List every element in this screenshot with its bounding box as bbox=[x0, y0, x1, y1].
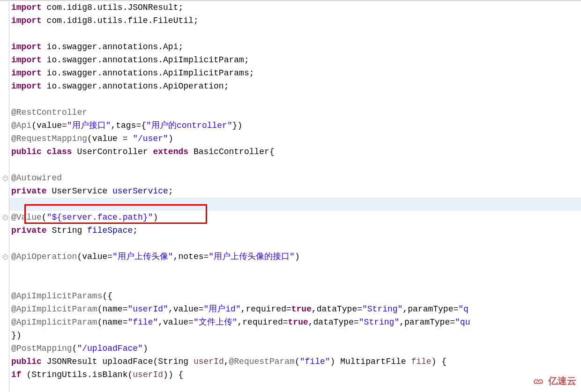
cloud-logo-icon bbox=[531, 377, 545, 386]
code-line[interactable] bbox=[9, 93, 581, 106]
code-area[interactable]: import com.idig8.utils.JSONResult;import… bbox=[9, 1, 581, 392]
gutter-line bbox=[0, 289, 9, 303]
gutter-line bbox=[0, 368, 9, 381]
code-line[interactable] bbox=[9, 27, 581, 40]
code-token: ) bbox=[295, 252, 300, 261]
code-line[interactable]: if (StringUtils.isBlank(userId)) { bbox=[9, 368, 581, 381]
gutter-line bbox=[0, 276, 9, 289]
code-token: )) { bbox=[163, 370, 183, 379]
fold-collapse-icon[interactable] bbox=[3, 215, 8, 220]
code-token: "用户接口" bbox=[67, 121, 111, 130]
code-line[interactable]: import io.swagger.annotations.ApiOperati… bbox=[9, 80, 581, 93]
gutter-line bbox=[0, 40, 9, 53]
code-line[interactable]: @RequestMapping(value = "/user") bbox=[9, 132, 581, 145]
code-token: private bbox=[11, 226, 47, 235]
code-line[interactable]: public JSONResult uploadFace(String user… bbox=[9, 355, 581, 368]
gutter-line bbox=[0, 250, 9, 263]
code-line[interactable]: import io.swagger.annotations.Api; bbox=[9, 40, 581, 53]
code-token: io.swagger.annotations.ApiImplicitParams… bbox=[42, 68, 254, 78]
code-line[interactable]: @RestController bbox=[9, 106, 581, 119]
code-token: file bbox=[411, 357, 431, 366]
gutter-line bbox=[0, 27, 9, 40]
code-line[interactable]: @ApiImplicitParam(name="file",value="文件上… bbox=[9, 316, 581, 329]
code-line[interactable]: @Autowired bbox=[9, 171, 581, 185]
code-token: import bbox=[11, 3, 42, 12]
code-line[interactable]: }) bbox=[9, 329, 581, 342]
gutter-line bbox=[0, 263, 9, 276]
code-token: io.swagger.annotations.Api; bbox=[42, 42, 183, 52]
code-line[interactable]: @ApiImplicitParams({ bbox=[9, 289, 581, 303]
gutter-line bbox=[0, 132, 9, 145]
code-token: com.idig8.utils.JSONResult; bbox=[42, 3, 183, 12]
gutter-line bbox=[0, 342, 9, 355]
code-line[interactable]: public class UserController extends Basi… bbox=[9, 145, 581, 158]
code-token: (value = bbox=[87, 134, 133, 143]
code-line[interactable]: private UserService userService; bbox=[9, 185, 581, 198]
code-token: "用户id" bbox=[204, 304, 241, 314]
fold-collapse-icon[interactable] bbox=[3, 176, 8, 181]
code-token: UserController bbox=[72, 147, 153, 156]
code-line[interactable]: @PostMapping("/uploadFace") bbox=[9, 342, 581, 355]
code-token: ,dataType= bbox=[308, 318, 359, 327]
gutter-line bbox=[0, 119, 9, 132]
code-line[interactable] bbox=[9, 158, 581, 171]
code-token: io.swagger.annotations.ApiOperation; bbox=[42, 81, 229, 91]
code-token: @ApiOperation bbox=[11, 252, 77, 261]
code-token: ,dataType= bbox=[312, 304, 362, 314]
code-token: "file" bbox=[300, 357, 330, 366]
code-token: ,paramType= bbox=[402, 304, 458, 314]
gutter-line bbox=[0, 80, 9, 93]
code-token: ,required= bbox=[241, 304, 291, 314]
code-token: public bbox=[11, 357, 42, 366]
code-line[interactable]: @Value("${server.face.path}") bbox=[9, 211, 581, 224]
code-token: ,value= bbox=[158, 318, 194, 327]
code-token: ( bbox=[42, 213, 47, 222]
code-token: fileSpace bbox=[87, 226, 133, 235]
code-line[interactable] bbox=[9, 276, 581, 289]
code-line[interactable] bbox=[9, 237, 581, 250]
gutter-line bbox=[0, 158, 9, 171]
code-token: "用户的controller" bbox=[146, 121, 232, 130]
gutter-line bbox=[0, 316, 9, 329]
gutter bbox=[0, 1, 9, 392]
code-token: @Api bbox=[11, 121, 31, 130]
gutter-line bbox=[0, 198, 9, 211]
code-token: ( bbox=[127, 370, 133, 379]
gutter-line bbox=[0, 329, 9, 342]
watermark: 亿速云 bbox=[531, 375, 576, 387]
gutter-line bbox=[0, 145, 9, 158]
code-line[interactable]: import io.swagger.annotations.ApiImplici… bbox=[9, 53, 581, 67]
code-line[interactable] bbox=[9, 263, 581, 276]
code-line[interactable]: import com.idig8.utils.JSONResult; bbox=[9, 1, 581, 14]
gutter-line bbox=[0, 355, 9, 368]
code-token: "${server.face.path}" bbox=[47, 213, 153, 222]
code-line[interactable]: @Api(value="用户接口",tags={"用户的controller"}… bbox=[9, 119, 581, 132]
code-token: ( bbox=[295, 357, 300, 366]
code-token: "文件上传" bbox=[194, 318, 238, 327]
code-token: "userId" bbox=[127, 304, 168, 314]
code-token: "String" bbox=[362, 304, 402, 314]
code-line[interactable] bbox=[9, 198, 581, 211]
code-line[interactable]: import com.idig8.utils.file.FileUtil; bbox=[9, 14, 581, 27]
code-token: ) bbox=[153, 213, 158, 222]
code-line[interactable]: import io.swagger.annotations.ApiImplici… bbox=[9, 67, 581, 80]
code-line[interactable]: @ApiImplicitParam(name="userId",value="用… bbox=[9, 303, 581, 316]
gutter-line bbox=[0, 106, 9, 119]
code-token: class bbox=[47, 147, 72, 156]
code-token: "qu bbox=[455, 318, 470, 327]
code-line[interactable]: private String fileSpace; bbox=[9, 224, 581, 237]
fold-collapse-icon[interactable] bbox=[3, 254, 8, 259]
code-token: }) bbox=[11, 331, 22, 340]
code-token: ) bbox=[143, 344, 148, 353]
code-line[interactable]: @ApiOperation(value="用户上传头像",notes="用户上传… bbox=[9, 250, 581, 263]
gutter-line bbox=[0, 211, 9, 224]
code-token: isBlank bbox=[92, 370, 128, 379]
code-token: (name= bbox=[97, 304, 128, 314]
code-token: "/uploadFace" bbox=[77, 344, 142, 353]
code-token: BasicController{ bbox=[188, 147, 275, 156]
code-token: import bbox=[11, 42, 42, 52]
gutter-line bbox=[0, 224, 9, 237]
code-token: ) MultipartFile bbox=[330, 357, 411, 366]
code-token: import bbox=[11, 16, 42, 25]
code-token: @ApiImplicitParam bbox=[11, 318, 97, 327]
